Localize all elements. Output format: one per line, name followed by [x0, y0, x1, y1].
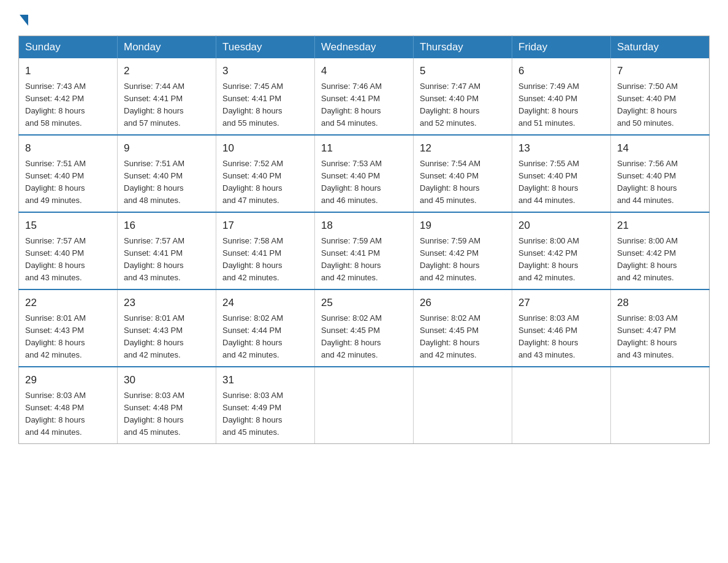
day-cell: 15Sunrise: 7:57 AMSunset: 4:40 PMDayligh… [19, 212, 118, 289]
day-info: Sunrise: 7:44 AMSunset: 4:41 PMDaylight:… [124, 80, 210, 130]
day-number: 13 [518, 140, 604, 156]
day-number: 7 [617, 63, 703, 79]
col-header-friday: Friday [512, 36, 611, 59]
day-number: 14 [617, 140, 703, 156]
day-info: Sunrise: 8:03 AMSunset: 4:48 PMDaylight:… [124, 389, 210, 439]
day-number: 23 [124, 295, 210, 311]
day-cell: 29Sunrise: 8:03 AMSunset: 4:48 PMDayligh… [19, 367, 118, 444]
day-number: 8 [25, 140, 111, 156]
day-cell: 27Sunrise: 8:03 AMSunset: 4:46 PMDayligh… [512, 289, 611, 367]
col-header-monday: Monday [118, 36, 216, 59]
day-info: Sunrise: 8:00 AMSunset: 4:42 PMDaylight:… [617, 235, 703, 285]
day-number: 22 [25, 295, 111, 311]
day-number: 16 [124, 218, 210, 234]
day-info: Sunrise: 7:50 AMSunset: 4:40 PMDaylight:… [617, 80, 703, 130]
day-info: Sunrise: 8:02 AMSunset: 4:44 PMDaylight:… [222, 312, 308, 362]
day-info: Sunrise: 7:45 AMSunset: 4:41 PMDaylight:… [222, 80, 308, 130]
day-cell: 31Sunrise: 8:03 AMSunset: 4:49 PMDayligh… [216, 367, 315, 444]
day-info: Sunrise: 8:00 AMSunset: 4:42 PMDaylight:… [518, 235, 604, 285]
day-cell: 9Sunrise: 7:51 AMSunset: 4:40 PMDaylight… [118, 135, 216, 212]
week-row-3: 15Sunrise: 7:57 AMSunset: 4:40 PMDayligh… [19, 212, 710, 289]
day-number: 26 [420, 295, 506, 311]
day-number: 9 [124, 140, 210, 156]
col-header-tuesday: Tuesday [216, 36, 315, 59]
day-info: Sunrise: 7:57 AMSunset: 4:41 PMDaylight:… [124, 235, 210, 285]
logo-arrow-icon [20, 15, 28, 26]
day-number: 6 [518, 63, 604, 79]
day-cell: 14Sunrise: 7:56 AMSunset: 4:40 PMDayligh… [611, 135, 710, 212]
day-cell: 8Sunrise: 7:51 AMSunset: 4:40 PMDaylight… [19, 135, 118, 212]
day-info: Sunrise: 7:49 AMSunset: 4:40 PMDaylight:… [518, 80, 604, 130]
day-info: Sunrise: 7:51 AMSunset: 4:40 PMDaylight:… [25, 158, 111, 207]
day-info: Sunrise: 7:56 AMSunset: 4:40 PMDaylight:… [617, 158, 703, 207]
day-info: Sunrise: 7:47 AMSunset: 4:40 PMDaylight:… [420, 80, 506, 130]
day-cell: 7Sunrise: 7:50 AMSunset: 4:40 PMDaylight… [611, 58, 710, 135]
day-number: 18 [321, 218, 407, 234]
day-cell: 24Sunrise: 8:02 AMSunset: 4:44 PMDayligh… [216, 289, 315, 367]
day-info: Sunrise: 8:03 AMSunset: 4:48 PMDaylight:… [25, 389, 111, 439]
day-number: 11 [321, 140, 407, 156]
day-cell: 25Sunrise: 8:02 AMSunset: 4:45 PMDayligh… [315, 289, 414, 367]
col-header-saturday: Saturday [611, 36, 710, 59]
day-number: 15 [25, 218, 111, 234]
week-row-4: 22Sunrise: 8:01 AMSunset: 4:43 PMDayligh… [19, 289, 710, 367]
logo [18, 12, 28, 23]
day-number: 17 [222, 218, 308, 234]
day-info: Sunrise: 8:02 AMSunset: 4:45 PMDaylight:… [420, 312, 506, 362]
day-number: 2 [124, 63, 210, 79]
logo-top [18, 12, 28, 26]
page-header [18, 12, 710, 23]
day-info: Sunrise: 7:59 AMSunset: 4:42 PMDaylight:… [420, 235, 506, 285]
day-info: Sunrise: 8:01 AMSunset: 4:43 PMDaylight:… [124, 312, 210, 362]
day-number: 28 [617, 295, 703, 311]
day-info: Sunrise: 7:43 AMSunset: 4:42 PMDaylight:… [25, 80, 111, 130]
day-cell: 2Sunrise: 7:44 AMSunset: 4:41 PMDaylight… [118, 58, 216, 135]
week-row-2: 8Sunrise: 7:51 AMSunset: 4:40 PMDaylight… [19, 135, 710, 212]
day-cell: 22Sunrise: 8:01 AMSunset: 4:43 PMDayligh… [19, 289, 118, 367]
day-number: 3 [222, 63, 308, 79]
header-row: SundayMondayTuesdayWednesdayThursdayFrid… [19, 36, 710, 59]
day-cell: 13Sunrise: 7:55 AMSunset: 4:40 PMDayligh… [512, 135, 611, 212]
day-cell: 17Sunrise: 7:58 AMSunset: 4:41 PMDayligh… [216, 212, 315, 289]
day-cell: 10Sunrise: 7:52 AMSunset: 4:40 PMDayligh… [216, 135, 315, 212]
day-number: 31 [222, 372, 308, 388]
day-cell: 1Sunrise: 7:43 AMSunset: 4:42 PMDaylight… [19, 58, 118, 135]
day-cell [512, 367, 611, 444]
day-info: Sunrise: 8:03 AMSunset: 4:47 PMDaylight:… [617, 312, 703, 362]
day-cell: 3Sunrise: 7:45 AMSunset: 4:41 PMDaylight… [216, 58, 315, 135]
day-cell [611, 367, 710, 444]
day-cell: 12Sunrise: 7:54 AMSunset: 4:40 PMDayligh… [414, 135, 512, 212]
day-cell: 5Sunrise: 7:47 AMSunset: 4:40 PMDaylight… [414, 58, 512, 135]
day-number: 27 [518, 295, 604, 311]
day-number: 29 [25, 372, 111, 388]
day-info: Sunrise: 8:01 AMSunset: 4:43 PMDaylight:… [25, 312, 111, 362]
day-info: Sunrise: 7:46 AMSunset: 4:41 PMDaylight:… [321, 80, 407, 130]
day-cell: 18Sunrise: 7:59 AMSunset: 4:41 PMDayligh… [315, 212, 414, 289]
day-info: Sunrise: 7:55 AMSunset: 4:40 PMDaylight:… [518, 158, 604, 207]
day-number: 19 [420, 218, 506, 234]
day-number: 12 [420, 140, 506, 156]
day-cell: 4Sunrise: 7:46 AMSunset: 4:41 PMDaylight… [315, 58, 414, 135]
day-number: 25 [321, 295, 407, 311]
week-row-1: 1Sunrise: 7:43 AMSunset: 4:42 PMDaylight… [19, 58, 710, 135]
day-info: Sunrise: 7:51 AMSunset: 4:40 PMDaylight:… [124, 158, 210, 207]
day-info: Sunrise: 8:03 AMSunset: 4:46 PMDaylight:… [518, 312, 604, 362]
col-header-thursday: Thursday [414, 36, 512, 59]
day-number: 21 [617, 218, 703, 234]
week-row-5: 29Sunrise: 8:03 AMSunset: 4:48 PMDayligh… [19, 367, 710, 444]
day-info: Sunrise: 7:54 AMSunset: 4:40 PMDaylight:… [420, 158, 506, 207]
day-cell: 16Sunrise: 7:57 AMSunset: 4:41 PMDayligh… [118, 212, 216, 289]
day-info: Sunrise: 7:57 AMSunset: 4:40 PMDaylight:… [25, 235, 111, 285]
day-number: 20 [518, 218, 604, 234]
day-info: Sunrise: 8:03 AMSunset: 4:49 PMDaylight:… [222, 389, 308, 439]
day-cell: 23Sunrise: 8:01 AMSunset: 4:43 PMDayligh… [118, 289, 216, 367]
day-number: 10 [222, 140, 308, 156]
day-cell: 20Sunrise: 8:00 AMSunset: 4:42 PMDayligh… [512, 212, 611, 289]
day-number: 1 [25, 63, 111, 79]
day-info: Sunrise: 7:58 AMSunset: 4:41 PMDaylight:… [222, 235, 308, 285]
col-header-sunday: Sunday [19, 36, 118, 59]
day-info: Sunrise: 8:02 AMSunset: 4:45 PMDaylight:… [321, 312, 407, 362]
day-number: 4 [321, 63, 407, 79]
day-cell [414, 367, 512, 444]
day-info: Sunrise: 7:53 AMSunset: 4:40 PMDaylight:… [321, 158, 407, 207]
